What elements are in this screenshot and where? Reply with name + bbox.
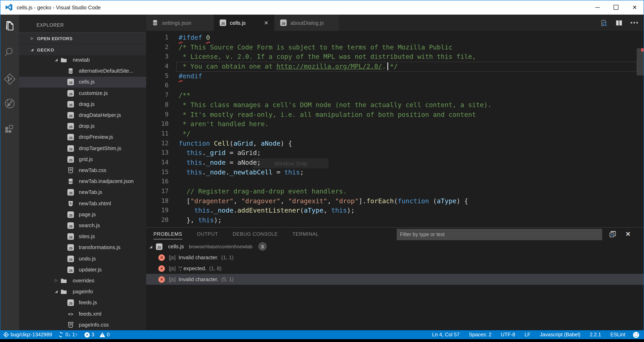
tree-item-transformations-js[interactable]: JStransformations.js	[19, 242, 146, 253]
tree-item-pageinfo[interactable]: ◢pageinfo	[19, 287, 146, 297]
close-button[interactable]: ✕	[625, 0, 644, 14]
chevron-down-icon: ◢	[55, 289, 58, 293]
tree-item-label: newTab.inadjacent.json	[79, 178, 134, 184]
tree-item-label: newTab.css	[79, 167, 106, 173]
editor-scrollbar[interactable]	[637, 48, 644, 75]
tree-item-alternativedefaultsite-[interactable]: alternativeDefaultSite...	[19, 66, 146, 77]
editor-actions	[600, 14, 638, 31]
tree-item-feeds-js[interactable]: JSfeeds.js	[19, 298, 146, 309]
tab-aboutdialog-js[interactable]: JSaboutDialog.js	[274, 14, 339, 31]
section-open-editors[interactable]: ▷ OPEN EDITORS	[19, 32, 146, 44]
code-line-text: */	[168, 129, 190, 139]
split-editor-icon[interactable]	[615, 19, 623, 26]
tree-item-newtab-xhtml[interactable]: 5newTab.xhtml	[19, 198, 146, 209]
errors-item[interactable]: ✕ 3	[84, 332, 94, 338]
tree-item-newtab-js[interactable]: JSnewTab.js	[19, 187, 146, 198]
tree-item-updater-js[interactable]: JSupdater.js	[19, 265, 146, 276]
tree-item-droptargetshim-js[interactable]: JSdropTargetShim.js	[19, 143, 146, 154]
sidebar-title: EXPLORER	[36, 23, 64, 27]
file-icon	[68, 322, 74, 328]
more-actions-icon[interactable]	[630, 22, 638, 23]
tab-settings-json[interactable]: settings.json	[146, 14, 214, 31]
problem-position: (1, 8)	[209, 265, 222, 271]
tree-item-drag-js[interactable]: JSdrag.js	[19, 99, 146, 110]
tree-item-customize-js[interactable]: JScustomize.js	[19, 88, 146, 99]
code-line-text: /**	[168, 90, 190, 100]
problem-message: Invalid character.	[178, 254, 218, 261]
code-line-text: this._node._newtabCell = this;	[168, 167, 304, 177]
extensions-icon	[4, 122, 16, 134]
status-item-ln-4-col-57[interactable]: Ln 4, Col 57	[432, 332, 460, 338]
tree-item-label: drag.js	[79, 101, 94, 107]
close-panel-icon[interactable]: ✕	[626, 230, 630, 238]
file-icon	[60, 57, 67, 63]
code-editor[interactable]: 1#ifdef 02/* This Source Code Form is su…	[146, 31, 644, 227]
tree-item-pageinfo-css[interactable]: pageInfo.css	[19, 320, 146, 330]
tree-item-sites-js[interactable]: JSsites.js	[19, 231, 146, 242]
status-item-utf-8[interactable]: UTF-8	[501, 332, 515, 338]
status-bar: bug/cliqz-1342989 0↓ 1↑ ✕ 3 ! 0 Ln 4, Co…	[0, 330, 644, 339]
tree-item-dragdatahelper-js[interactable]: JSdragDataHelper.js	[19, 110, 146, 121]
panel-tab-output[interactable]: OUTPUT	[197, 231, 218, 239]
code-line: 16	[146, 177, 644, 187]
file-icon	[68, 178, 74, 185]
code-line-text: * This class manages a cell's DOM node (…	[168, 100, 492, 110]
panel-tab-problems[interactable]: PROBLEMS	[154, 231, 182, 239]
tree-item-newtab-inadjacent-json[interactable]: newTab.inadjacent.json	[19, 176, 146, 187]
close-tab-icon[interactable]: ✕	[258, 20, 268, 26]
chevron-down-icon: ◢	[31, 48, 35, 51]
minimize-button[interactable]	[588, 0, 607, 14]
maximize-button[interactable]	[607, 0, 625, 14]
window-snip-artifact: Window Snip	[253, 158, 328, 168]
activity-bar-item-source-control[interactable]	[0, 70, 19, 88]
problem-row[interactable]: ✕[js]';' expected.(1, 8)	[146, 263, 644, 274]
window-title: cells.js - gecko - Visual Studio Code	[17, 4, 101, 10]
tree-item-drop-js[interactable]: JSdrop.js	[19, 121, 146, 132]
warnings-item[interactable]: ! 0	[100, 332, 110, 338]
tree-item-label: overrides	[73, 278, 94, 284]
tab-cells-js[interactable]: JScells.js✕	[214, 14, 274, 31]
status-item-lf[interactable]: LF	[524, 332, 530, 338]
tree-item-label: search.js	[79, 222, 100, 228]
activity-bar-item-explorer[interactable]	[0, 17, 19, 35]
activity-bar-item-extensions[interactable]	[0, 119, 19, 138]
tree-item-newtab[interactable]: ◢newtab	[19, 55, 146, 66]
status-item-javascript-babel-[interactable]: Javascript (Babel)	[540, 332, 580, 338]
code-line: 15 this._node._newtabCell = this;	[146, 167, 644, 177]
tree-item-overrides[interactable]: ▷overrides	[19, 276, 146, 287]
status-item-2-2-1[interactable]: 2.2.1	[590, 332, 601, 338]
activity-bar-item-debug[interactable]	[0, 94, 19, 113]
panel-tab-debug-console[interactable]: DEBUG CONSOLE	[233, 231, 278, 239]
panel-tab-terminal[interactable]: TERMINAL	[292, 231, 318, 239]
problem-source: [js]	[169, 254, 176, 261]
tree-item-search-js[interactable]: JSsearch.js	[19, 220, 146, 231]
tree-item-droppreview-js[interactable]: JSdropPreview.js	[19, 132, 146, 143]
open-changes-icon[interactable]	[600, 19, 608, 26]
tree-item-label: dropPreview.js	[79, 134, 113, 140]
feedback-smiley-icon[interactable]	[633, 332, 639, 338]
code-line: 6	[146, 81, 644, 90]
tree-item-cells-js[interactable]: JScells.js	[19, 77, 146, 88]
sync-item[interactable]: 0↓ 1↑	[58, 332, 78, 338]
activity-bar-item-search[interactable]	[0, 43, 19, 61]
branch-name: bug/cliqz-1342989	[10, 332, 52, 338]
tree-item-grid-js[interactable]: JSgrid.js	[19, 154, 146, 165]
problem-row[interactable]: ✕[js]Invalid character.(1, 1)	[146, 252, 644, 263]
tree-item-undo-js[interactable]: JSundo.js	[19, 253, 146, 264]
section-gecko[interactable]: ◢ GECKO	[19, 44, 146, 55]
error-icon: ✕	[158, 254, 165, 261]
tree-item-newtab-css[interactable]: newTab.css	[19, 165, 146, 176]
maximize-panel-icon[interactable]	[610, 231, 616, 238]
git-branch-item[interactable]: bug/cliqz-1342989	[3, 332, 52, 338]
code-line-text: * aren't handled here.	[168, 119, 268, 129]
problems-file-group[interactable]: ◢ JS cells.js browser\base\content\newta…	[146, 241, 644, 252]
problem-row[interactable]: ✕[js]Invalid character.(5, 1)	[146, 274, 644, 285]
problems-filter-input[interactable]	[397, 229, 602, 240]
tree-item-feeds-xml[interactable]: <>feeds.xml	[19, 309, 146, 320]
code-line: 20 }, this);	[146, 215, 644, 225]
tree-item-page-js[interactable]: JSpage.js	[19, 209, 146, 220]
status-item-spaces-2[interactable]: Spaces: 2	[469, 332, 491, 338]
problem-message: ';' expected.	[178, 265, 206, 271]
status-item-eslint[interactable]: ESLint	[610, 332, 625, 338]
code-line: 12function Cell(aGrid, aNode) {	[146, 139, 644, 148]
